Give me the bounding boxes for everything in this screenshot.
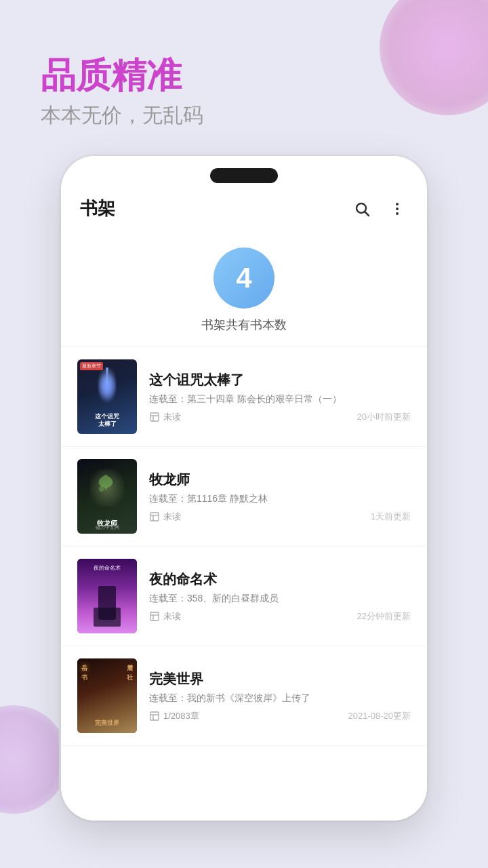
book-title: 夜的命名术 (149, 570, 411, 589)
list-item[interactable]: 夜的命名术 夜的命名术 连载至：358、新的白昼群成员 未读 (61, 547, 427, 646)
header-subtitle: 本本无价，无乱码 (41, 102, 203, 130)
book-progress: 连载至：第1116章 静默之林 (149, 493, 411, 505)
top-bar: 书架 (61, 156, 427, 231)
svg-point-2 (396, 203, 399, 205)
phone-mockup: 书架 4 (61, 156, 427, 821)
book-title: 完美世界 (149, 670, 411, 688)
book-cover-1: 最新章节 这个诅咒太棒了 (77, 359, 137, 434)
cover-badge-2: 磁力中文网 (77, 524, 137, 531)
svg-rect-5 (150, 413, 159, 421)
book-cover-4: 岳 麓 书 社 完美世界 (77, 658, 137, 733)
book-title: 这个诅咒太棒了 (149, 371, 411, 389)
app-title: 书架 (80, 197, 115, 220)
svg-rect-14 (150, 712, 159, 720)
book-list: 最新章节 这个诅咒太棒了 这个诅咒太棒了 连载至：第三十四章 陈会长的艰辛日常（… (61, 347, 427, 746)
more-options-button[interactable] (386, 198, 408, 220)
book-progress: 连载至：第三十四章 陈会长的艰辛日常（一） (149, 393, 411, 406)
search-button[interactable] (351, 198, 373, 220)
book-info-4: 完美世界 连载至：我的新书《深空彼岸》上传了 1/2083章 2021-08-2… (149, 670, 411, 722)
top-bar-icons (351, 198, 408, 220)
book-status: 未读 (149, 610, 181, 623)
cover-text-3: 夜的命名术 (77, 564, 137, 572)
dots-icon (389, 201, 405, 217)
stats-label: 书架共有书本数 (201, 317, 287, 333)
book-status: 1/2083章 (149, 710, 199, 722)
book-icon (149, 412, 160, 422)
svg-point-3 (396, 208, 399, 210)
svg-line-1 (365, 212, 369, 216)
list-item[interactable]: 牧龙师 磁力中文网 牧龙师 连载至：第1116章 静默之林 (61, 447, 427, 547)
list-item[interactable]: 最新章节 这个诅咒太棒了 这个诅咒太棒了 连载至：第三十四章 陈会长的艰辛日常（… (61, 347, 427, 447)
book-footer: 未读 20小时前更新 (149, 411, 411, 423)
book-icon (149, 611, 160, 622)
book-status: 未读 (149, 511, 181, 523)
phone-notch (210, 168, 278, 183)
update-time: 2021-08-20更新 (348, 710, 411, 722)
header-title: 品质精准 (41, 54, 203, 96)
book-info-1: 这个诅咒太棒了 连载至：第三十四章 陈会长的艰辛日常（一） 未读 20小时前更新 (149, 371, 411, 423)
book-status: 未读 (149, 411, 181, 423)
cover-text-1: 这个诅咒太棒了 (95, 413, 119, 429)
update-time: 22分钟前更新 (357, 610, 411, 623)
app-screen: 书架 4 (61, 156, 427, 821)
svg-rect-11 (150, 612, 159, 620)
update-time: 20小时前更新 (357, 411, 411, 423)
cover-text-4: 完美世界 (95, 719, 119, 728)
book-count-circle: 4 (214, 248, 274, 309)
header-section: 品质精准 本本无价，无乱码 (41, 54, 203, 130)
book-cover-3: 夜的命名术 (77, 559, 137, 633)
stats-section: 4 书架共有书本数 (61, 231, 427, 347)
book-title: 牧龙师 (149, 471, 411, 489)
search-icon (354, 201, 370, 217)
cover-badge: 最新章节 (80, 362, 103, 370)
svg-rect-8 (150, 513, 159, 521)
book-count: 4 (236, 262, 251, 294)
bg-decoration-top (380, 0, 488, 115)
book-icon (149, 711, 160, 722)
book-info-3: 夜的命名术 连载至：358、新的白昼群成员 未读 22分钟前更新 (149, 570, 411, 623)
bg-decoration-bottom (0, 705, 68, 814)
book-info-2: 牧龙师 连载至：第1116章 静默之林 未读 1天前更新 (149, 471, 411, 523)
update-time: 1天前更新 (371, 511, 411, 523)
book-progress: 连载至：358、新的白昼群成员 (149, 593, 411, 605)
book-progress: 连载至：我的新书《深空彼岸》上传了 (149, 692, 411, 705)
book-footer: 1/2083章 2021-08-20更新 (149, 710, 411, 722)
list-item[interactable]: 岳 麓 书 社 完美世界 完美世界 连载至：我的新书《深空彼岸》上传了 (61, 646, 427, 746)
book-footer: 未读 1天前更新 (149, 511, 411, 523)
svg-point-4 (396, 212, 399, 215)
book-cover-2: 牧龙师 磁力中文网 (77, 459, 137, 534)
book-icon (149, 511, 160, 522)
book-footer: 未读 22分钟前更新 (149, 610, 411, 623)
